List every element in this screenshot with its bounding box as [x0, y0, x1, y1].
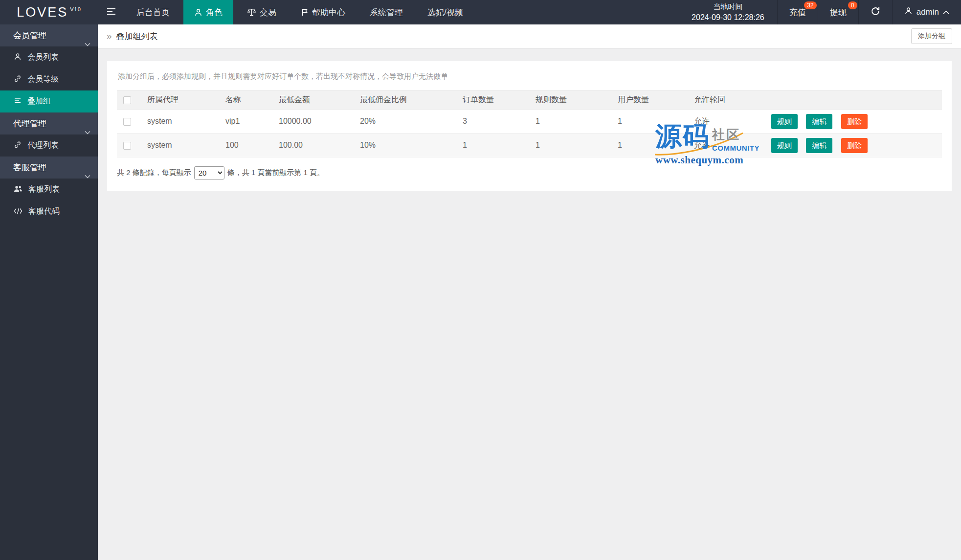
sidebar-group-agent-management[interactable]: 代理管理 — [0, 112, 98, 134]
col-header-rules: 规则数量 — [536, 90, 618, 110]
list-icon — [14, 97, 22, 107]
cell-rules: 1 — [536, 110, 618, 134]
tab-video[interactable]: 选妃/视频 — [417, 0, 474, 24]
sidebar-item-label: 会员列表 — [27, 52, 59, 63]
sidebar-toggle-button[interactable] — [98, 0, 124, 24]
rule-button[interactable]: 规则 — [771, 114, 798, 129]
sidebar-item-member-level[interactable]: 会员等级 — [0, 68, 98, 90]
user-icon — [14, 53, 22, 63]
chevron-up-icon — [943, 7, 949, 17]
users-icon — [14, 185, 22, 194]
tab-label: 交易 — [260, 7, 276, 18]
topbar: LOVESV10 后台首页 角色 交易 帮助中心 系统 — [0, 0, 961, 24]
recharge-badge: 32 — [804, 1, 816, 9]
hamburger-icon — [107, 8, 116, 17]
pagination-prefix: 共 2 條記錄，每頁顯示 — [117, 168, 191, 178]
row-checkbox[interactable] — [123, 142, 131, 150]
double-chevron-icon: » — [107, 31, 112, 42]
logo-version: V10 — [70, 6, 81, 12]
cell-orders: 1 — [463, 134, 536, 157]
recharge-button[interactable]: 充值 32 — [777, 0, 818, 24]
delete-button[interactable]: 删除 — [841, 114, 868, 129]
tab-label: 系统管理 — [370, 7, 403, 18]
edit-button[interactable]: 编辑 — [806, 138, 832, 153]
main-content: » 叠加组列表 添加分组 添加分组后，必须添加规则，并且规则需要对应好订单个数，… — [98, 24, 961, 560]
tab-label: 后台首页 — [136, 7, 170, 18]
select-all-checkbox[interactable] — [123, 96, 131, 104]
app-logo: LOVESV10 — [0, 0, 98, 24]
table-row: system vip1 10000.00 20% 3 1 1 允许 规则 编辑 … — [117, 110, 942, 134]
tab-label: 选妃/视频 — [427, 7, 463, 18]
add-group-button[interactable]: 添加分组 — [911, 28, 952, 44]
col-header-users: 用户数量 — [618, 90, 694, 110]
page-size-select[interactable]: 20 — [194, 166, 224, 179]
sidebar-item-label: 会员等级 — [27, 74, 59, 85]
tab-roles[interactable]: 角色 — [183, 0, 233, 24]
sidebar-group-service-management[interactable]: 客服管理 — [0, 157, 98, 179]
sidebar-item-member-list[interactable]: 会员列表 — [0, 46, 98, 68]
code-icon — [14, 207, 22, 216]
cell-agent: system — [147, 134, 225, 157]
delete-button[interactable]: 删除 — [841, 138, 868, 153]
col-header-agent: 所属代理 — [147, 90, 225, 110]
cell-name: vip1 — [225, 110, 279, 134]
pagination-suffix: 條，共 1 頁當前顯示第 1 頁。 — [227, 168, 324, 178]
cell-loop: 允许 — [694, 134, 771, 157]
rule-button[interactable]: 规则 — [771, 138, 798, 153]
sidebar: 会员管理 会员列表 会员等级 叠加组 代理管理 代理列表 客服管理 — [0, 24, 98, 560]
group-label: 客服管理 — [13, 163, 46, 172]
flag-icon — [301, 8, 309, 16]
cell-rules: 1 — [536, 134, 618, 157]
group-label: 代理管理 — [13, 119, 46, 128]
username: admin — [916, 7, 939, 17]
table-header-row: 所属代理 名称 最低金额 最低佣金比例 订单数量 规则数量 用户数量 允许轮回 — [117, 90, 942, 110]
group-table: 所属代理 名称 最低金额 最低佣金比例 订单数量 规则数量 用户数量 允许轮回 … — [117, 90, 942, 157]
group-label: 会员管理 — [13, 31, 46, 40]
local-time: 当地时间 2024-09-30 12:28:26 — [687, 0, 777, 24]
withdraw-button[interactable]: 提现 0 — [818, 0, 858, 24]
table-row: system 100 100.00 10% 1 1 1 允许 规则 编辑 删除 — [117, 134, 942, 157]
sidebar-item-label: 代理列表 — [27, 140, 59, 151]
col-header-min-amount: 最低金额 — [279, 90, 360, 110]
withdraw-label: 提现 — [830, 7, 847, 18]
link-icon — [14, 141, 22, 151]
col-header-min-commission: 最低佣金比例 — [360, 90, 463, 110]
refresh-button[interactable] — [858, 0, 892, 24]
tab-help-center[interactable]: 帮助中心 — [290, 0, 356, 24]
cell-min-commission: 20% — [360, 110, 463, 134]
cell-agent: system — [147, 110, 225, 134]
page-title: 叠加组列表 — [116, 31, 158, 42]
logo-text: LOVES — [17, 5, 68, 20]
recharge-label: 充值 — [789, 7, 806, 18]
cell-min-commission: 10% — [360, 134, 463, 157]
cell-min-amount: 100.00 — [279, 134, 360, 157]
tab-dashboard[interactable]: 后台首页 — [126, 0, 180, 24]
sidebar-item-label: 客服列表 — [28, 184, 60, 195]
refresh-icon — [871, 6, 880, 19]
cell-name: 100 — [225, 134, 279, 157]
sidebar-item-agent-list[interactable]: 代理列表 — [0, 134, 98, 157]
tab-system-management[interactable]: 系统管理 — [359, 0, 414, 24]
edit-button[interactable]: 编辑 — [806, 114, 832, 129]
cell-loop: 允许 — [694, 110, 771, 134]
sidebar-item-label: 叠加组 — [27, 96, 51, 107]
row-checkbox[interactable] — [123, 118, 131, 126]
sidebar-item-service-list[interactable]: 客服列表 — [0, 179, 98, 201]
tab-transactions[interactable]: 交易 — [236, 0, 287, 24]
topbar-right: 当地时间 2024-09-30 12:28:26 充值 32 提现 0 admi… — [687, 0, 961, 24]
sidebar-item-label: 客服代码 — [28, 206, 60, 217]
user-menu[interactable]: admin — [892, 0, 961, 24]
tab-label: 帮助中心 — [312, 7, 345, 18]
sidebar-item-service-code[interactable]: 客服代码 — [0, 201, 98, 223]
col-header-name: 名称 — [225, 90, 279, 110]
cell-users: 1 — [618, 134, 694, 157]
user-icon — [904, 7, 913, 18]
sidebar-group-member-management[interactable]: 会员管理 — [0, 24, 98, 46]
sidebar-item-overlay-group[interactable]: 叠加组 — [0, 90, 98, 112]
local-time-label: 当地时间 — [713, 1, 742, 12]
tab-label: 角色 — [206, 7, 223, 18]
cell-min-amount: 10000.00 — [279, 110, 360, 134]
withdraw-badge: 0 — [848, 1, 857, 9]
local-time-value: 2024-09-30 12:28:26 — [692, 12, 764, 23]
user-icon — [194, 8, 202, 17]
